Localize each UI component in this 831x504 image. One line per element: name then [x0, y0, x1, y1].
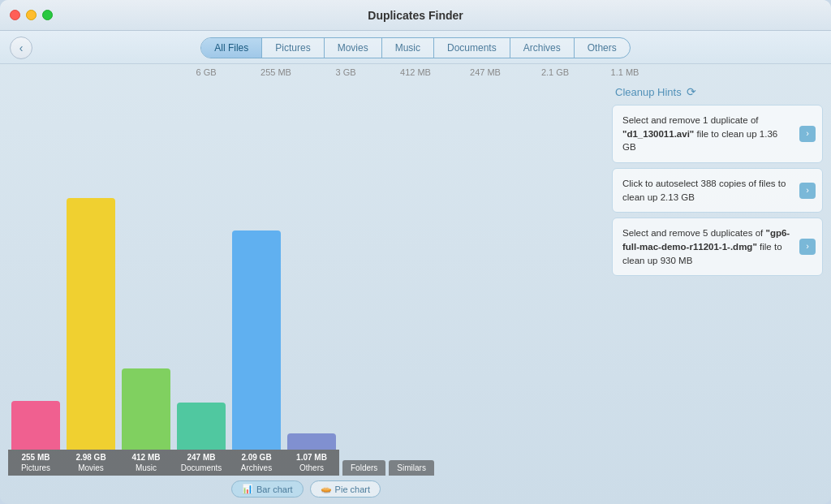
bar-others [287, 433, 336, 450]
title-bar: Duplicates Finder [0, 0, 831, 31]
legend-tab-folders[interactable]: Folders [342, 460, 385, 476]
hint-arrow-2[interactable]: › [799, 183, 816, 199]
hint-card-2[interactable]: Click to autoselect 388 copies of files … [612, 168, 823, 213]
hints-title: Cleanup Hints [615, 86, 682, 98]
bottom-controls: 📊Bar chart🥧Pie chart [8, 476, 604, 504]
hint-arrow-1[interactable]: › [799, 126, 816, 142]
chart-bottom: 255 MBPictures2.98 GBMovies412 MBMusic24… [8, 167, 604, 476]
size-pictures: 255 MB [241, 67, 311, 77]
bar-group-archives[interactable]: 2.09 GBArchives [229, 230, 284, 476]
size-archives: 2.1 GB [520, 67, 590, 77]
hint-arrow-3[interactable]: › [799, 239, 816, 255]
bar-chart-label: Bar chart [256, 485, 293, 494]
bar-group-documents[interactable]: 247 MBDocuments [174, 403, 229, 476]
main-content: 255 MBPictures2.98 GBMovies412 MBMusic24… [0, 79, 831, 504]
chart-toggle-bar-chart[interactable]: 📊Bar chart [231, 480, 304, 498]
hints-panel: Cleanup Hints ⟳ Select and remove 1 dupl… [612, 79, 823, 504]
size-music: 412 MB [381, 67, 450, 77]
legend-tabs: FoldersSimilars [342, 460, 434, 476]
bar-label-documents: 247 MBDocuments [174, 450, 229, 476]
hints-header: Cleanup Hints ⟳ [612, 85, 823, 98]
bar-music [122, 368, 170, 450]
hint-card-1[interactable]: Select and remove 1 duplicate of "d1_130… [612, 105, 823, 163]
bar-label-movies: 2.98 GBMovies [63, 450, 118, 476]
toolbar: ‹ All FilesPicturesMoviesMusicDocumentsA… [0, 31, 831, 64]
size-documents: 247 MB [450, 67, 520, 77]
size-movies: 3 GB [311, 67, 381, 77]
tab-movies[interactable]: Movies [325, 38, 382, 58]
bar-movies [67, 198, 115, 450]
tab-archives[interactable]: Archives [510, 38, 575, 58]
bar-label-others: 1.07 MBOthers [284, 450, 339, 476]
bar-label-archives: 2.09 GBArchives [229, 450, 284, 476]
hint-card-3[interactable]: Select and remove 5 duplicates of "gp6-f… [612, 218, 823, 276]
bar-label-pictures: 255 MBPictures [8, 450, 63, 476]
refresh-icon[interactable]: ⟳ [687, 85, 696, 98]
main-window: Duplicates Finder ‹ All FilesPicturesMov… [0, 0, 831, 504]
bar-chart-icon: 📊 [242, 484, 253, 494]
maximize-button[interactable] [42, 10, 53, 20]
window-controls [10, 10, 53, 20]
bar-group-pictures[interactable]: 255 MBPictures [8, 401, 63, 476]
bar-label-music: 412 MBMusic [118, 450, 174, 476]
size-all-files: 6 GB [171, 67, 241, 77]
bar-archives [232, 230, 281, 450]
sizes-row: 6 GB255 MB3 GB412 MB247 MB2.1 GB1.1 MB [0, 64, 831, 79]
tab-all-files[interactable]: All Files [201, 38, 262, 58]
bars-container: 255 MBPictures2.98 GBMovies412 MBMusic24… [8, 167, 339, 476]
pie-chart-icon: 🥧 [321, 484, 332, 494]
size-others: 1.1 MB [590, 67, 660, 77]
bar-group-music[interactable]: 412 MBMusic [118, 368, 174, 476]
back-button[interactable]: ‹ [10, 37, 32, 59]
bar-pictures [11, 401, 60, 450]
tab-documents[interactable]: Documents [434, 38, 510, 58]
chart-area: 255 MBPictures2.98 GBMovies412 MBMusic24… [8, 79, 604, 504]
tab-music[interactable]: Music [382, 38, 434, 58]
minimize-button[interactable] [26, 10, 37, 20]
bar-documents [177, 403, 226, 450]
bar-group-others[interactable]: 1.07 MBOthers [284, 433, 339, 476]
tab-others[interactable]: Others [575, 38, 630, 58]
tab-bar: All FilesPicturesMoviesMusicDocumentsArc… [200, 37, 630, 58]
tab-pictures[interactable]: Pictures [262, 38, 324, 58]
pie-chart-label: Pie chart [335, 485, 370, 494]
legend-tab-similars[interactable]: Similars [389, 460, 434, 476]
close-button[interactable] [10, 10, 20, 20]
bar-group-movies[interactable]: 2.98 GBMovies [63, 198, 118, 476]
chart-toggle-pie-chart[interactable]: 🥧Pie chart [310, 480, 381, 498]
window-title: Duplicates Finder [368, 9, 463, 22]
